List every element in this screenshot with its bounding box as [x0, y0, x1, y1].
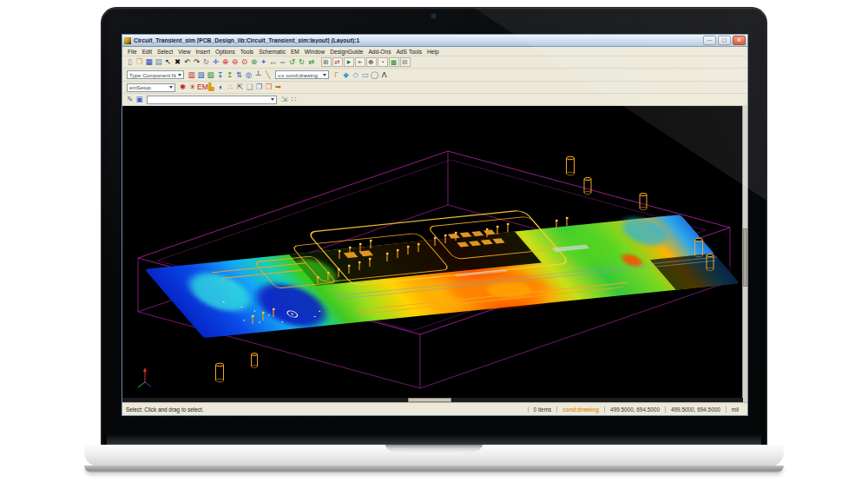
menu-item[interactable]: DesignGuide — [327, 49, 365, 55]
view-3d-wire-icon[interactable]: ❏ — [245, 83, 254, 92]
view-3d-em-icon[interactable]: ❒ — [264, 83, 273, 92]
print-icon[interactable]: ▤ — [154, 57, 163, 67]
snap-grid-icon[interactable]: ∷ — [289, 95, 299, 104]
view-all-icon[interactable]: ✦ — [259, 57, 268, 67]
menu-item[interactable]: View — [175, 49, 193, 55]
menu-item[interactable]: Help — [424, 49, 442, 55]
distribute-v-icon[interactable]: ⇔ — [278, 57, 287, 67]
fly-forward-icon[interactable]: ➤ — [344, 57, 354, 67]
app-window: Circuit_Transient_sim [PCB_Design_lib:Ci… — [122, 34, 748, 416]
insert-circle-icon[interactable]: ◯ — [370, 70, 379, 80]
zoom-fit-icon[interactable]: ⊚ — [249, 57, 259, 67]
menu-item[interactable]: Select — [155, 49, 175, 55]
insert-rectangle-icon[interactable]: ▭ — [360, 70, 370, 80]
insert-text-icon[interactable]: Λ — [379, 70, 389, 80]
edit-properties-icon[interactable]: ✎ — [125, 95, 135, 104]
rotate-cw-icon[interactable]: ↻ — [297, 57, 306, 67]
em-setup-icon[interactable]: ✱ — [178, 83, 187, 92]
em-badge-icon[interactable]: EM — [197, 83, 207, 92]
insert-line-icon[interactable]: ╲ — [263, 70, 273, 80]
zoom-in-icon[interactable]: ⊕ — [220, 57, 230, 67]
window-title: Circuit_Transient_sim [PCB_Design_lib:Ci… — [134, 37, 700, 43]
menu-item[interactable]: Options — [213, 49, 238, 55]
menu-item[interactable]: Add-Ons — [365, 49, 393, 55]
pin-snap-icon[interactable]: ⇱ — [235, 83, 245, 92]
component-history-icon[interactable]: ▧ — [206, 70, 215, 80]
component-name-value: Type Component Name — [129, 72, 176, 78]
close-button[interactable]: ✕ — [733, 36, 746, 45]
rotate-ccw-icon[interactable]: ↺ — [287, 57, 297, 67]
insert-ground-icon[interactable]: ┴ — [253, 70, 263, 80]
window-icon[interactable] — [124, 37, 131, 44]
zoom-out-icon[interactable]: ⊖ — [230, 57, 240, 67]
selection-filter-combo[interactable] — [147, 96, 277, 104]
mesh-icon[interactable]: ∴ — [226, 83, 235, 92]
menu-item[interactable]: Schematic — [256, 49, 288, 55]
momentum-icon[interactable]: ◐ — [216, 83, 226, 92]
title-bar[interactable]: Circuit_Transient_sim [PCB_Design_lib:Ci… — [122, 35, 747, 47]
em-results-icon[interactable]: ▙ — [207, 83, 216, 92]
em-setup-value: emSetup — [129, 84, 168, 90]
add-port-icon[interactable]: ⊕ — [366, 57, 377, 67]
export-3d-icon[interactable]: ➥ — [273, 83, 283, 92]
toolbar-em: emSetup ✱✳EM▙◐∴⇱❏❐❒➥ — [122, 82, 747, 94]
save-icon[interactable]: ▦ — [144, 57, 154, 67]
menu-item[interactable]: Tools — [238, 49, 256, 55]
fly-back-icon[interactable]: ➣ — [355, 57, 365, 67]
layout-canvas[interactable] — [122, 106, 747, 402]
insert-polyline-icon[interactable]: ◇ — [351, 70, 360, 80]
em-simulate-icon[interactable]: ✳ — [187, 83, 197, 92]
insert-trace-icon[interactable]: Γ — [332, 70, 341, 80]
pop-out-icon[interactable]: ↥ — [225, 70, 234, 80]
collapse-icon[interactable]: ⊟ — [400, 57, 411, 67]
scrollbar-corner — [743, 398, 747, 402]
layer-editor-icon[interactable]: ▣ — [135, 95, 144, 104]
component-library-icon[interactable]: ▥ — [187, 70, 196, 80]
delete-icon[interactable]: ✖ — [173, 57, 182, 67]
swap-component-icon[interactable]: ⇅ — [234, 70, 244, 80]
pcb-board-thermal-map — [128, 195, 744, 338]
redo-icon[interactable]: ↷ — [192, 57, 201, 67]
entry-layer-combo[interactable]: v,s cond:drawing — [275, 70, 329, 79]
menu-item[interactable]: EM — [288, 49, 302, 55]
canvas-vertical-scrollbar[interactable] — [742, 106, 747, 398]
laptop-base — [84, 445, 784, 466]
menu-item[interactable]: AdS Tools — [393, 49, 424, 55]
toolbar-secondary-icons-left: ✎▣ — [125, 95, 144, 104]
measure-icon[interactable]: ⇲ — [279, 95, 289, 104]
em-setup-combo[interactable]: emSetup — [127, 83, 175, 92]
view-3d-solid-icon[interactable]: ❐ — [254, 83, 264, 92]
repeat-command-icon[interactable]: ↻ — [201, 57, 211, 67]
swap-layers-icon[interactable]: ⇄ — [332, 57, 343, 67]
entry-layer-value: v,s cond:drawing — [278, 72, 321, 78]
push-into-icon[interactable]: ↧ — [215, 70, 225, 80]
maximize-button[interactable]: ▢ — [718, 36, 731, 45]
canvas-horizontal-scrollbar[interactable] — [122, 398, 743, 402]
units-label: mil — [726, 406, 744, 413]
laptop-base-edge — [84, 466, 784, 472]
vertical-scroll-thumb[interactable] — [743, 228, 747, 287]
undo-icon[interactable]: ↶ — [182, 57, 192, 67]
open-folder-icon[interactable]: ❐ — [135, 57, 144, 67]
menu-item[interactable]: Edit — [140, 49, 155, 55]
toolbar-em-icons: ✱✳EM▙◐∴⇱❏❐❒➥ — [178, 83, 283, 92]
menu-item[interactable]: Window — [302, 49, 327, 55]
laptop-lid-notch — [385, 445, 483, 454]
new-file-icon[interactable]: ▯ — [125, 57, 135, 67]
insert-pin-icon[interactable]: ◎ — [244, 70, 253, 80]
grid-toggle-icon[interactable]: ⊞ — [321, 57, 332, 67]
select-cursor-icon[interactable]: ↖ — [163, 57, 173, 67]
distribute-h-icon[interactable]: ↔ — [268, 57, 278, 67]
horizontal-scroll-thumb[interactable] — [408, 398, 451, 402]
component-palette-icon[interactable]: ▨ — [196, 70, 206, 80]
move-icon[interactable]: ✛ — [211, 57, 220, 67]
minimize-button[interactable]: — — [703, 36, 716, 45]
clock-step-icon[interactable]: ◔ — [378, 57, 388, 67]
menu-item[interactable]: File — [125, 49, 140, 55]
component-name-combo[interactable]: Type Component Name — [127, 70, 184, 79]
sync-icon[interactable]: ⇄ — [306, 57, 316, 67]
insert-polygon-icon[interactable]: ◆ — [341, 70, 351, 80]
zoom-area-icon[interactable]: ⊙ — [240, 57, 249, 67]
mesh-view-icon[interactable]: ▩ — [389, 57, 399, 67]
menu-item[interactable]: Insert — [194, 49, 214, 55]
